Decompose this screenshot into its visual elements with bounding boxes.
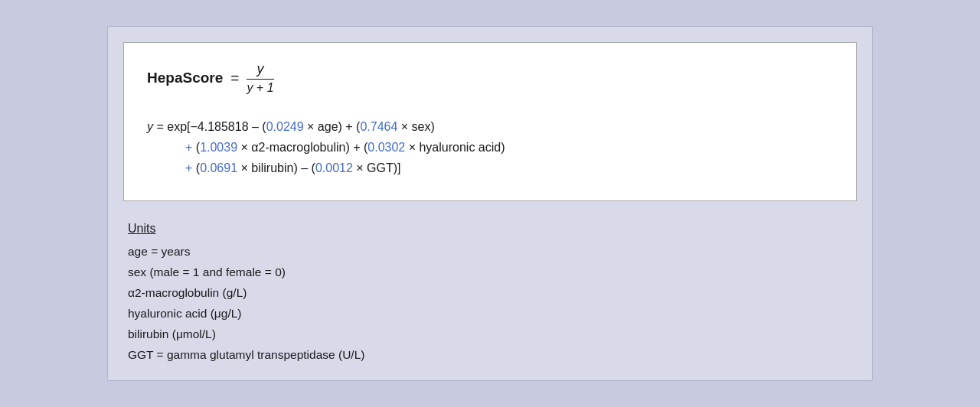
units-list: age = years sex (male = 1 and female = 0…	[128, 241, 852, 366]
list-item: α2-macroglobulin (g/L)	[128, 282, 852, 303]
hepascore-label: HepaScore	[147, 70, 223, 86]
y-equation: y = exp[−4.185818 – (0.0249 × age) + (0.…	[147, 116, 833, 179]
fraction-numerator: y	[256, 61, 263, 79]
fraction-denominator: y + 1	[247, 80, 273, 95]
list-item: age = years	[128, 241, 852, 262]
formula-box: HepaScore = y y + 1 y = exp[−4.185818 – …	[123, 42, 857, 201]
y-equation-line3: + (0.0691 × bilirubin) – (0.0012 × GGT)]	[147, 158, 833, 178]
units-heading: Units	[128, 218, 155, 239]
y-equation-line2: + (1.0039 × α2-macroglobulin) + (0.0302 …	[147, 137, 833, 158]
outer-container: HepaScore = y y + 1 y = exp[−4.185818 – …	[107, 26, 873, 382]
hepascore-formula-line: HepaScore = y y + 1	[147, 61, 833, 96]
list-item: bilirubin (μmol/L)	[128, 324, 852, 344]
y-equation-line1: y = exp[−4.185818 – (0.0249 × age) + (0.…	[147, 116, 833, 137]
list-item: hyaluronic acid (μg/L)	[128, 303, 852, 324]
units-section: Units age = years sex (male = 1 and fema…	[123, 215, 857, 366]
equals-sign: =	[230, 70, 239, 86]
fraction: y y + 1	[247, 61, 273, 96]
list-item: sex (male = 1 and female = 0)	[128, 262, 852, 282]
list-item: GGT = gamma glutamyl transpeptidase (U/L…	[128, 344, 852, 365]
